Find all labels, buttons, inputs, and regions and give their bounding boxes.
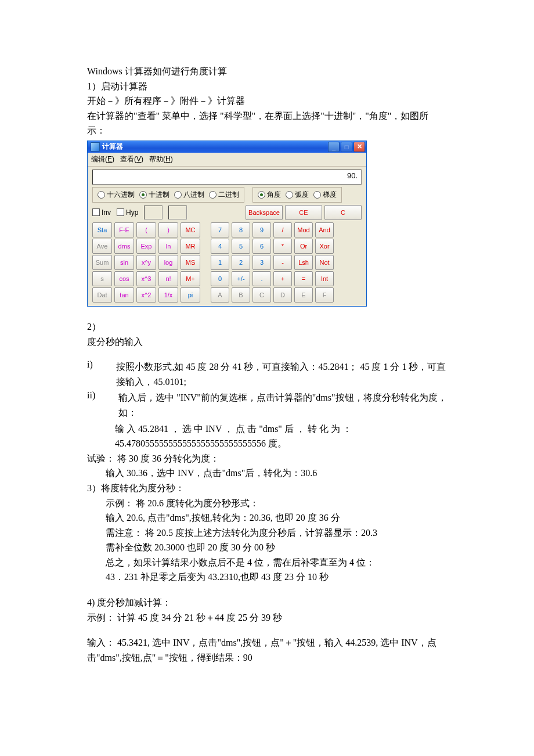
step1: 1）启动计算器 <box>87 79 447 94</box>
btn-tan[interactable]: tan <box>114 287 134 303</box>
radio-oct[interactable]: 八进制 <box>174 190 204 200</box>
btn-xy[interactable]: x^y <box>136 255 156 270</box>
btn-lparen[interactable]: ( <box>136 222 156 237</box>
btn-mul[interactable]: * <box>273 239 292 254</box>
menu-view[interactable]: 查看(V) <box>120 154 143 164</box>
btn-x3[interactable]: x^3 <box>136 271 156 286</box>
item-ii-b: 输 入 45.2841 ， 选 中 INV ， 点 击 "dms" 后 ， 转 … <box>87 422 447 451</box>
checkbox-inv[interactable]: Inv <box>92 208 111 217</box>
btn-ave[interactable]: Ave <box>92 239 112 254</box>
btn-sta[interactable]: Sta <box>92 222 112 237</box>
btn-5[interactable]: 5 <box>232 239 250 254</box>
titlebar[interactable]: 计算器 _ □ ✕ <box>88 141 366 153</box>
angle-group: 角度 弧度 梯度 <box>252 187 342 203</box>
btn-fe[interactable]: F-E <box>114 222 134 237</box>
btn-ms[interactable]: MS <box>181 255 200 270</box>
step3d: 需补全位数 20.3000 也即 20 度 30 分 00 秒 <box>87 540 447 555</box>
btn-4[interactable]: 4 <box>211 239 229 254</box>
window-title: 计算器 <box>102 142 123 152</box>
maximize-button[interactable]: □ <box>341 142 352 152</box>
btn-lsh[interactable]: Lsh <box>294 255 313 270</box>
btn-dms[interactable]: dms <box>114 239 134 254</box>
btn-2[interactable]: 2 <box>232 255 250 270</box>
memory-slot <box>144 206 163 219</box>
step3c: 需注意： 将 20.5 度按上述方法转化为度分秒后，计算器显示：20.3 <box>87 525 447 541</box>
menubar: 编辑(E) 查看(V) 帮助(H) <box>88 153 366 167</box>
btn-c-hex[interactable]: C <box>252 287 271 303</box>
step3b: 输入 20.6, 点击"dms",按钮,转化为：20.36, 也即 20 度 3… <box>87 510 447 525</box>
btn-or[interactable]: Or <box>294 239 313 254</box>
btn-mr[interactable]: MR <box>181 239 200 254</box>
doc-title: Windows 计算器如何进行角度计算 <box>87 64 447 79</box>
btn-f[interactable]: F <box>315 287 334 303</box>
ce-button[interactable]: CE <box>285 205 322 220</box>
btn-int[interactable]: Int <box>315 271 334 286</box>
btn-8[interactable]: 8 <box>232 222 250 237</box>
radio-grads[interactable]: 梯度 <box>313 190 337 200</box>
c-button[interactable]: C <box>324 205 362 220</box>
btn-dot[interactable]: . <box>252 271 271 286</box>
checkbox-hyp[interactable]: Hyp <box>117 208 138 217</box>
btn-1x[interactable]: 1/x <box>158 287 178 303</box>
btn-b[interactable]: B <box>232 287 250 303</box>
btn-and[interactable]: And <box>315 222 334 237</box>
btn-3[interactable]: 3 <box>252 255 271 270</box>
step3: 3）将度转化为度分秒： <box>87 481 447 496</box>
btn-sign[interactable]: +/- <box>232 271 250 286</box>
item-i-num: i) <box>87 359 102 389</box>
radio-degrees[interactable]: 角度 <box>258 190 281 200</box>
calculator-window: 计算器 _ □ ✕ 编辑(E) 查看(V) 帮助(H) 90. 十六进制 十进制… <box>87 141 367 307</box>
step3a: 示例： 将 20.6 度转化为度分秒形式： <box>87 496 447 511</box>
btn-mod[interactable]: Mod <box>294 222 313 237</box>
radio-dec[interactable]: 十进制 <box>139 190 169 200</box>
btn-ln[interactable]: ln <box>158 239 178 254</box>
menu-edit[interactable]: 编辑(E) <box>91 154 114 164</box>
button-grid-left: Sta F-E ( ) MC Ave dms Exp ln MR Sum sin… <box>92 222 200 301</box>
btn-cos[interactable]: cos <box>114 271 134 286</box>
minimize-button[interactable]: _ <box>328 142 340 152</box>
btn-pi[interactable]: pi <box>181 287 200 303</box>
btn-x2[interactable]: x^2 <box>136 287 156 303</box>
btn-d[interactable]: D <box>273 287 292 303</box>
step4: 4) 度分秒加减计算： <box>87 595 447 610</box>
btn-mc[interactable]: MC <box>181 222 200 237</box>
btn-eq[interactable]: = <box>294 271 313 286</box>
step1-path: 开始－》所有程序－》附件－》计算器 <box>87 93 447 109</box>
close-button[interactable]: ✕ <box>353 142 365 152</box>
item-i: 按照小数形式,如 45 度 28 分 41 秒，可直接输入：45.2841； 4… <box>116 359 447 389</box>
base-group: 十六进制 十进制 八进制 二进制 <box>92 187 244 203</box>
btn-xor[interactable]: Xor <box>315 239 334 254</box>
step3e: 总之，如果计算结果小数点后不是 4 位，需在后补零直至为 4 位： <box>87 555 447 570</box>
btn-s[interactable]: s <box>92 271 112 286</box>
menu-help[interactable]: 帮助(H) <box>149 154 173 164</box>
backspace-button[interactable]: Backspace <box>246 205 283 220</box>
btn-sum[interactable]: Sum <box>92 255 112 270</box>
btn-1[interactable]: 1 <box>211 255 229 270</box>
btn-sin[interactable]: sin <box>114 255 134 270</box>
paren-slot <box>168 206 187 219</box>
btn-div[interactable]: / <box>273 222 292 237</box>
btn-mplus[interactable]: M+ <box>181 271 200 286</box>
btn-not[interactable]: Not <box>315 255 334 270</box>
btn-rparen[interactable]: ) <box>158 222 178 237</box>
btn-0[interactable]: 0 <box>211 271 229 286</box>
btn-e[interactable]: E <box>294 287 313 303</box>
btn-dat[interactable]: Dat <box>92 287 112 303</box>
btn-sub[interactable]: - <box>273 255 292 270</box>
btn-log[interactable]: log <box>158 255 178 270</box>
radio-hex[interactable]: 十六进制 <box>98 190 135 200</box>
trial1: 试验： 将 30 度 36 分转化为度： <box>87 451 447 466</box>
display: 90. <box>92 170 362 185</box>
btn-9[interactable]: 9 <box>252 222 271 237</box>
btn-7[interactable]: 7 <box>211 222 229 237</box>
btn-exp[interactable]: Exp <box>136 239 156 254</box>
item-ii: 输入后，选中 "INV"前的复选框，点击计算器的"dms"按钮，将度分秒转化为度… <box>118 390 447 420</box>
btn-6[interactable]: 6 <box>252 239 271 254</box>
btn-a[interactable]: A <box>211 287 229 303</box>
step4b: 输入： 45.3421, 选中 INV，点击"dms",按钮，点"＋"按钮，输入… <box>87 635 447 665</box>
radio-radians[interactable]: 弧度 <box>286 190 309 200</box>
btn-add[interactable]: + <box>273 271 292 286</box>
btn-nfact[interactable]: n! <box>158 271 178 286</box>
step2: 2） <box>87 319 447 334</box>
radio-bin[interactable]: 二进制 <box>209 190 239 200</box>
